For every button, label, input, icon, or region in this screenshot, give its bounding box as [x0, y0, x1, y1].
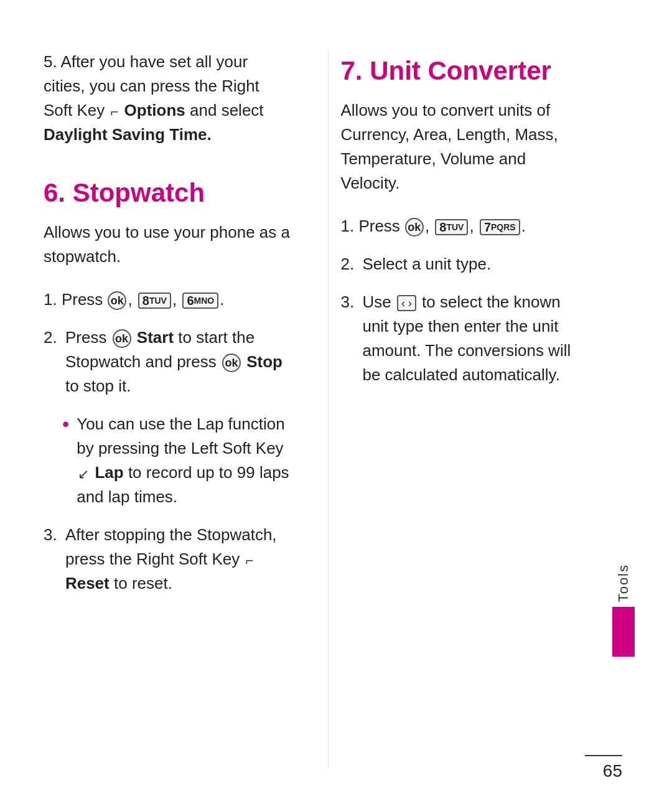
ok-key-3: ok [222, 354, 241, 372]
ok-key-2: ok [113, 329, 131, 348]
step-7-3-number: 3. [341, 290, 359, 314]
step-6-3-content: After stopping the Stopwatch, press the … [65, 523, 291, 596]
page-divider [585, 755, 622, 756]
step-7-1: 1. Press ok, 8TUV, 7PQRS. [341, 214, 588, 238]
intro-paragraph: 5. After you have set all your cities, y… [44, 50, 291, 147]
step-6-1-content: ok, 8TUV, 6MNO. [106, 288, 290, 312]
nav-arrow-icon: ‹ › [397, 295, 416, 311]
daylight-saving-bold: Daylight Saving Time. [44, 125, 212, 144]
step-6-1-number: 1. Press [44, 288, 103, 312]
step-7-1-number: 1. Press [341, 214, 400, 238]
reset-bold: Reset [65, 574, 110, 593]
step-7-3-content: Use ‹ › to select the known unit type th… [362, 290, 587, 387]
ok-key-1: ok [108, 291, 126, 310]
section6-title: 6. Stopwatch [44, 178, 291, 208]
left-column: 5. After you have set all your cities, y… [44, 50, 303, 769]
8tuv-key-2: 8TUV [435, 219, 468, 235]
6mno-key-1: 6MNO [182, 293, 218, 309]
stop-bold: Stop [246, 352, 282, 371]
step-7-2-number: 2. [341, 252, 359, 276]
step-7-1-content: ok, 8TUV, 7PQRS. [404, 214, 587, 238]
step-7-2: 2. Select a unit type. [341, 252, 588, 276]
section7-description: Allows you to convert units of Currency,… [341, 98, 588, 195]
lap-bold: Lap [95, 463, 123, 482]
7pqrs-key: 7PQRS [480, 219, 520, 235]
step-6-1: 1. Press ok, 8TUV, 6MNO. [44, 288, 291, 312]
bullet-dot: • [62, 412, 69, 436]
step-6-2-content: Press ok Start to start the Stopwatch an… [65, 326, 291, 398]
step-7-2-content: Select a unit type. [362, 252, 587, 276]
sidebar-tab: Tools [612, 50, 635, 769]
options-bold: Options [124, 101, 185, 119]
ok-key-4: ok [405, 218, 424, 237]
bullet-lap-content: You can use the Lap function by pressing… [77, 412, 290, 509]
8tuv-key-1: 8TUV [138, 293, 171, 309]
step-6-3: 3. After stopping the Stopwatch, press t… [44, 523, 291, 596]
page-number: 65 [603, 761, 622, 781]
tab-accent [612, 607, 635, 657]
step-7-3: 3. Use ‹ › to select the known unit type… [341, 290, 588, 387]
step-6-3-number: 3. [44, 523, 62, 547]
intro-text-and: and select [190, 101, 264, 119]
step-6-2-number: 2. [44, 326, 62, 350]
tools-label: Tools [615, 564, 632, 602]
step-6-2: 2. Press ok Start to start the Stopwatch… [44, 326, 291, 398]
section6-description: Allows you to use your phone as a stopwa… [44, 220, 291, 269]
bullet-lap: • You can use the Lap function by pressi… [62, 412, 291, 509]
start-bold: Start [137, 328, 174, 347]
section7-title: 7. Unit Converter [341, 56, 588, 86]
right-soft-key-icon: ⌐ [111, 101, 119, 122]
right-soft-key-icon-2: ⌐ [246, 550, 254, 571]
right-column: 7. Unit Converter Allows you to convert … [328, 50, 588, 769]
left-soft-key-icon: ↙ [78, 464, 89, 484]
